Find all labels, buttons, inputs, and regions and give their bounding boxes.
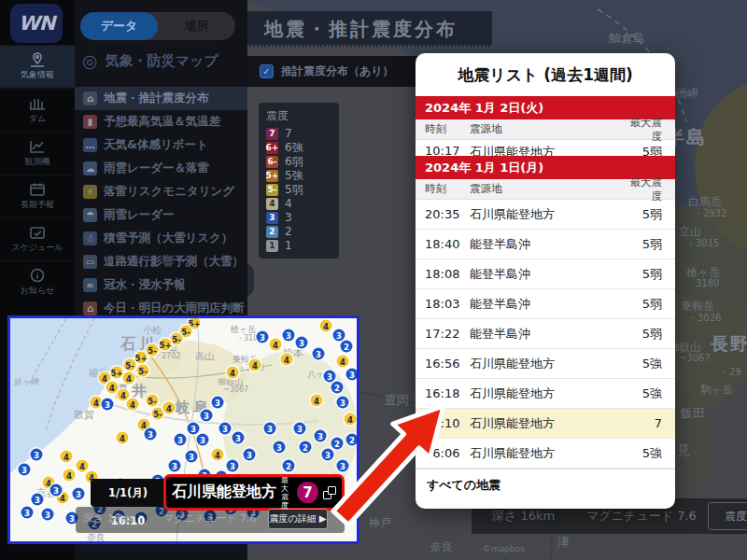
intensity-layer-toggle[interactable]: ✓ 推計震度分布（あり） [247,56,427,87]
intensity-marker[interactable]: 3 [21,507,34,519]
intensity-marker[interactable]: 5+ [135,352,148,364]
intensity-marker[interactable]: 5- [137,365,149,377]
quake-row[interactable]: 18:08 能登半島沖 5弱 [416,259,675,289]
legend-title: 震度 [266,108,331,124]
intensity-marker[interactable]: 4 [106,382,119,394]
intensity-marker[interactable]: 3 [175,434,187,446]
epicenter-highlight-box[interactable]: 石川県能登地方 最大震度 7 [163,474,345,511]
intensity-marker[interactable]: 3 [31,449,43,461]
rail-item-schedule[interactable]: スケジュール [0,217,75,260]
intensity-marker[interactable]: 2 [341,341,353,353]
legend-row: 5+ 5強 [266,169,331,182]
intensity-marker[interactable]: 3 [283,329,295,342]
intensity-marker[interactable]: 4 [311,395,323,407]
quake-row[interactable]: 20:35 石川県能登地方 5弱 [416,200,675,230]
sidebar-menu-item[interactable]: ☁ 雨雲レーダー＆落雷 [75,157,247,180]
page-title: 地震・推計震度分布 [247,11,492,47]
sidebar-menu-item[interactable]: ☃ 積雪予測（大雪リスク） [75,227,247,250]
intensity-marker[interactable]: 4 [127,399,139,411]
sidebar-menu-item[interactable]: ⚡ 落雷リスクモニタリング [75,180,247,203]
intensity-marker[interactable]: 5- [171,333,183,345]
intensity-marker[interactable]: 3 [244,449,256,461]
intensity-marker[interactable]: 5- [147,395,159,407]
intensity-marker[interactable]: 5- [147,344,159,357]
quake-row[interactable]: 17:22 能登半島沖 5弱 [416,319,675,349]
intensity-marker[interactable]: 3 [219,423,232,435]
bg-place-label: ・3015 [686,237,719,250]
intensity-marker[interactable]: 3 [294,423,306,435]
intensity-marker[interactable]: 3 [264,423,276,435]
quake-time: 18:08 [416,267,458,281]
intensity-marker[interactable]: 3 [73,488,85,500]
legend-badge: 5- [266,184,278,196]
intensity-marker[interactable]: 3 [274,441,286,454]
tab-data[interactable]: データ [80,12,158,40]
intensity-marker[interactable]: 3 [145,428,157,441]
intensity-marker[interactable]: 3 [186,451,198,463]
sidebar-menu-item[interactable]: ≈ 冠水・浸水予報 [75,273,247,297]
intensity-marker[interactable]: 4 [337,356,349,368]
intensity-marker[interactable]: 4 [320,320,332,332]
sidebar-menu-item[interactable]: ▮ 予想最高気温＆気温差 [75,110,247,133]
intensity-marker[interactable]: 4 [281,354,293,366]
intensity-marker[interactable]: 4 [249,359,261,371]
intensity-marker[interactable]: 3 [212,397,224,409]
shindo-detail-button[interactable]: 震度の詳細 ▶ [268,509,328,529]
rail-item-notice[interactable]: お知らせ [0,260,75,303]
intensity-marker[interactable]: 4 [117,432,129,444]
intensity-marker[interactable]: 3 [296,337,308,349]
intensity-marker[interactable]: 5- [124,359,136,371]
intensity-marker[interactable]: 4 [212,449,224,461]
chat-report-icon: … [83,138,97,152]
rail-item-long-forecast[interactable]: 長期予報 [0,175,75,217]
intensity-marker[interactable]: 2 [283,460,295,472]
intensity-marker[interactable]: 5+ [160,339,172,351]
intensity-marker[interactable]: 3 [102,399,114,411]
intensity-marker[interactable]: 3 [50,484,63,497]
sidebar-menu-item[interactable]: ☂ 雨雪レーダー [75,203,247,227]
map-category-header: ◎ 気象・防災マップ [82,50,218,71]
tab-place[interactable]: 場所 [158,12,235,40]
intensity-marker[interactable]: 3 [257,331,269,343]
intensity-marker[interactable]: 3 [19,464,31,476]
intensity-marker[interactable]: 4 [61,451,73,463]
intensity-marker[interactable]: 3 [201,410,213,422]
legend-row: 7 7 [266,127,331,140]
sidebar-menu-item[interactable]: … 天気&体感リポート [75,133,247,157]
intensity-marker[interactable]: 3 [197,434,209,446]
intensity-marker[interactable]: 3 [333,329,345,342]
quake-epicenter: 石川県能登地方 [458,415,621,432]
quake-max-intensity: 5強 [621,445,675,462]
bg-shindo-detail-button[interactable]: 震度 [708,502,747,530]
intensity-marker[interactable]: 3 [42,509,54,521]
bg-place-label: ・2932 [694,207,726,220]
intensity-marker[interactable]: 4 [123,372,135,385]
rail-item-weather-info[interactable]: 気象情報 [0,45,75,88]
checkbox-checked-icon[interactable]: ✓ [260,64,274,78]
intensity-marker[interactable]: 4 [270,339,282,351]
sidebar-menu-item[interactable]: ▭ 道路通行影響予測（大雪） [75,250,247,273]
intensity-marker[interactable]: 4 [163,402,176,414]
inset-map[interactable]: 経ヶ岬敦賀福井福井石川小松白山・2702高山槍ヶ岳・3180乗鞍岳・3026御嶽… [7,315,359,544]
sidebar-menu-item[interactable]: ⌂ 地震・推計震度分布 [75,87,247,110]
rail-item-dam[interactable]: ダム [0,89,75,132]
intensity-marker[interactable]: 3 [313,348,325,360]
intensity-marker[interactable]: 4 [91,397,103,409]
intensity-marker[interactable]: 4 [227,367,239,379]
intensity-marker[interactable]: 3 [32,494,44,506]
quake-row[interactable]: 18:40 能登半島沖 5弱 [416,230,675,259]
bg-depth-value: 深さ 16km [492,508,555,525]
intensity-marker[interactable]: 5+ [111,367,123,379]
intensity-marker[interactable]: 4 [77,460,89,472]
intensity-marker[interactable]: 3 [188,423,200,435]
rail-item-observation[interactable]: 観測機 [0,132,75,175]
intensity-marker[interactable]: 3 [227,460,239,472]
intensity-marker[interactable]: 3 [169,460,181,472]
wn-logo[interactable]: WN [10,4,63,43]
intensity-marker[interactable]: 2 [300,441,312,454]
intensity-marker[interactable]: 4 [63,469,76,482]
intensity-marker[interactable]: 5- [152,408,164,420]
seismic-map-icon: ⌂ [83,91,97,105]
quake-row[interactable]: 18:03 能登半島沖 5弱 [416,289,675,319]
intensity-marker[interactable]: 3 [233,432,245,444]
